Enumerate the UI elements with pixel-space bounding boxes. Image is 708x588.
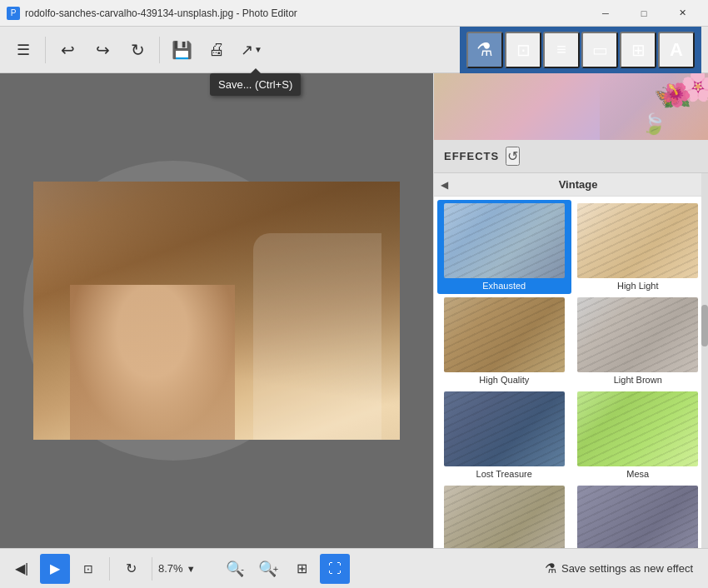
close-button[interactable]: ✕ [663,0,701,27]
frame-view-button[interactable]: ⊡ [73,554,103,584]
photo-canvas [33,182,400,440]
redo-icon: ↻ [131,40,145,60]
effect-thumb-highquality [444,297,565,372]
save-effect-button[interactable]: ⚗ Save settings as new effect [536,557,701,580]
thumb-texture-highlight [577,203,698,278]
fullscreen-icon: ⛶ [328,561,342,576]
thumb-texture-bottom1 [444,486,565,548]
minimize-button[interactable]: ─ [586,0,625,27]
mosaic-tab-button[interactable]: ⊞ [620,32,656,68]
main-area: 🦋 🌸 🌺 🍃 EFFECTS ↺ ◀ Vintage ExhaustedHig… [0,73,708,548]
zoom-value: 8.7% [158,562,183,575]
maximize-button[interactable]: □ [625,0,663,27]
effect-thumb-highlight [577,203,698,278]
effect-label-highquality: High Quality [479,375,529,385]
effects-label: EFFECTS [444,150,499,162]
play-button[interactable]: ▶ [40,554,70,584]
share-chevron: ▼ [254,45,262,54]
adjust-tab-button[interactable]: ≡ [543,32,580,68]
tooltip-text: Save... (Ctrl+S) [218,78,292,91]
app-icon: P [7,7,20,20]
section-collapse-icon: ◀ [441,179,448,191]
effect-label-mesa: Mesa [626,469,649,479]
undo2-button[interactable]: ↪ [86,33,119,67]
bottom-sep-2 [152,557,152,581]
effect-item-exhausted[interactable]: Exhausted [437,200,571,294]
save-effect-label: Save settings as new effect [561,562,693,575]
menu-button[interactable]: ☰ [7,33,40,67]
vintage-section-title: Vintage [455,178,701,191]
panel-header-image: 🦋 🌸 🌺 🍃 [434,73,708,140]
thumb-texture-exhausted [444,203,565,278]
rotate-icon: ↻ [126,561,137,576]
thumb-texture-highquality [444,297,565,372]
undo2-icon: ↪ [96,40,110,60]
thumb-texture-bottom2 [577,486,698,548]
mosaic-icon: ⊞ [631,40,646,60]
share-icon: ↗ [241,41,253,59]
effect-item-lightbrown[interactable]: Light Brown [571,294,706,388]
effect-item-bottom2[interactable] [571,482,706,548]
effects-scroll-area[interactable]: ◀ Vintage ExhaustedHigh LightHigh Qualit… [434,173,708,548]
zoom-out-button[interactable]: 🔍 - [220,554,250,584]
effect-item-mesa[interactable]: Mesa [571,388,706,482]
vintage-section: ◀ Vintage ExhaustedHigh LightHigh Qualit… [434,173,708,548]
save-icon: 💾 [172,40,192,60]
panel-scrollbar-track[interactable] [701,173,708,548]
effect-thumb-bottom2 [577,486,698,548]
share-button[interactable]: ↗ ▼ [235,33,268,67]
text-icon: A [670,39,683,61]
rotate-button[interactable]: ↻ [116,554,146,584]
effect-item-highlight[interactable]: High Light [571,200,706,294]
effects-bar: EFFECTS ↺ [434,140,708,173]
fullscreen-button[interactable]: ⛶ [320,554,350,584]
thumb-texture-losttreasure [444,391,565,466]
toolbar-separator-2 [159,37,160,63]
flowers-decoration: 🌸 🌺 🍃 [600,73,708,140]
effect-thumb-bottom1 [444,486,565,548]
print-icon: 🖨 [208,40,225,59]
effects-tab-button[interactable]: ⚗ [466,32,503,68]
leaf-icon: 🍃 [641,112,666,136]
effects-reset-button[interactable]: ↺ [506,147,520,166]
effect-item-highquality[interactable]: High Quality [437,294,571,388]
undo-button[interactable]: ↩ [51,33,84,67]
print-button[interactable]: 🖨 [200,33,233,67]
zoom-display: 8.7% ▼ [158,562,217,575]
aspect-button[interactable]: ⊞ [287,554,317,584]
effect-item-bottom1[interactable] [437,482,571,548]
panel-scrollbar-thumb[interactable] [701,305,708,346]
effect-item-losttreasure[interactable]: Lost Treasure [437,388,571,482]
effect-thumb-lightbrown [577,297,698,372]
vintage-section-header[interactable]: ◀ Vintage [434,173,708,197]
effect-label-lightbrown: Light Brown [614,375,662,385]
save-button[interactable]: 💾 [165,33,198,67]
flower-icon-2: 🌺 [662,82,691,109]
redo-button[interactable]: ↻ [121,33,154,67]
window-title: rodolfo-sanches-carvalho-439134-unsplash… [25,7,297,19]
zoom-in-button[interactable]: 🔍 + [253,554,283,584]
crop-tab-button[interactable]: ⊡ [505,32,541,68]
effect-label-losttreasure: Lost Treasure [476,469,532,479]
photo-shirt [253,233,381,440]
menu-icon: ☰ [17,41,30,59]
crop-icon: ⊡ [516,40,531,60]
title-bar: P rodolfo-sanches-carvalho-439134-unspla… [0,0,708,27]
photo-face [70,285,235,440]
first-frame-button[interactable]: ◀| [7,554,37,584]
bottom-sep-1 [109,557,110,581]
effect-thumb-losttreasure [444,391,565,466]
canvas-area[interactable] [0,73,433,548]
play-icon: ▶ [50,561,60,576]
text-tab-button[interactable]: A [658,32,695,68]
main-toolbar: ☰ ↩ ↪ ↻ 💾 🖨 ↗ ▼ ⚗ ⊡ ≡ [0,27,708,73]
save-tooltip: Save... (Ctrl+S) [210,73,301,96]
frame-tab-button[interactable]: ▭ [581,32,618,68]
toolbar-separator-1 [45,37,46,63]
effect-label-highlight: High Light [617,281,659,291]
frame-icon: ▭ [592,40,608,60]
zoom-dropdown-arrow[interactable]: ▼ [187,564,196,574]
plus-icon: + [273,564,278,574]
effect-thumb-mesa [577,391,698,466]
window-controls: ─ □ ✕ [586,0,701,27]
